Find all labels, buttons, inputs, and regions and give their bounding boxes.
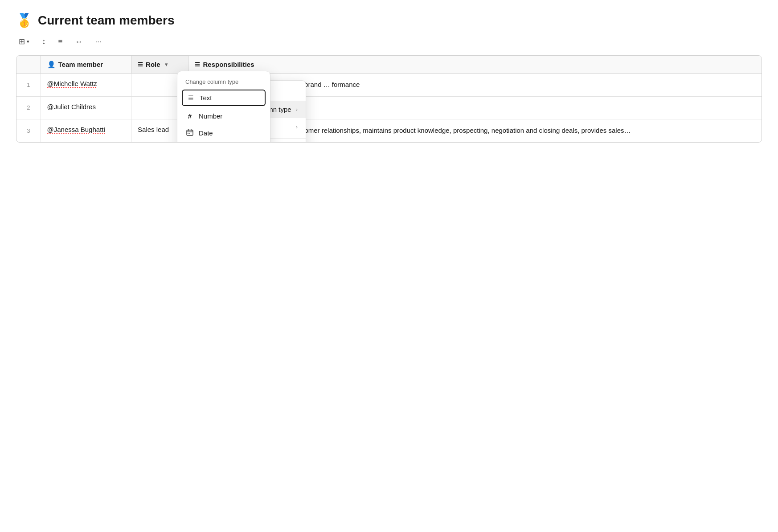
svg-rect-11 (189, 133, 190, 134)
lines-icon: ☰ (138, 61, 143, 68)
page-emoji: 🥇 (16, 12, 33, 28)
role-dropdown-button[interactable]: ▾ (163, 60, 170, 69)
change-column-type-submenu: Change column type ☰ Text # Number Date (177, 71, 270, 143)
svg-rect-10 (188, 133, 188, 134)
table-row: 3 @Janessa Bughatti Sales lead Drives sa… (16, 119, 762, 142)
grid-dropdown-arrow: ▾ (27, 39, 29, 45)
member-cell-1: @Michelle Wattz (41, 74, 131, 97)
grid-view-button[interactable]: ⊞ ▾ (16, 35, 32, 48)
more-options-button[interactable]: ··· (92, 36, 104, 48)
member-name-2: @Juliet Childres (47, 103, 96, 110)
sort-icon: ↕ (42, 37, 46, 46)
member-cell-2: @Juliet Childres (41, 96, 131, 119)
change-type-arrow: › (296, 106, 298, 113)
more-icon: ··· (95, 37, 101, 46)
member-name-1: @Michelle Wattz (47, 80, 97, 87)
person-icon: 👤 (47, 61, 56, 69)
page-header: 🥇 Current team members (0, 0, 778, 33)
table-row: 1 @Michelle Wattz Marketing strategy, te… (16, 74, 762, 97)
type-text-item[interactable]: ☰ Text (182, 90, 266, 106)
member-cell-3: @Janessa Bughatti (41, 119, 131, 142)
resize-icon: ↔ (75, 37, 82, 46)
table-row: 2 @Juliet Childres … elopment, …, produc… (16, 96, 762, 119)
insert-arrow: › (296, 124, 298, 130)
number-type-icon: # (185, 112, 194, 120)
member-name-3: @Janessa Bughatti (47, 126, 105, 133)
row-num-header (16, 56, 41, 74)
type-person-item[interactable]: ✓ 👤 Person (177, 142, 270, 143)
sort-button[interactable]: ↕ (39, 36, 49, 48)
text-type-icon: ☰ (186, 94, 195, 102)
team-member-header: 👤 Team member (41, 56, 131, 74)
type-date-item[interactable]: Date (177, 124, 270, 142)
type-number-item[interactable]: # Number (177, 108, 270, 124)
resize-button[interactable]: ↔ (72, 36, 85, 48)
date-type-icon (185, 129, 194, 137)
row-number-2: 2 (16, 96, 41, 119)
data-table: 👤 Team member ☰ Role ▾ ☰ Responsibilitie… (16, 56, 762, 142)
filter-button[interactable]: ≡ (56, 36, 66, 48)
lines2-icon: ☰ (195, 61, 200, 68)
toolbar: ⊞ ▾ ↕ ≡ ↔ ··· (0, 33, 778, 55)
table-container: 👤 Team member ☰ Role ▾ ☰ Responsibilitie… (16, 55, 762, 143)
responsibilities-header: ☰ Responsibilities (188, 56, 762, 74)
submenu-title: Change column type (177, 75, 270, 88)
page-title: Current team members (38, 13, 175, 28)
filter-icon: ≡ (58, 37, 63, 46)
row-number-1: 1 (16, 74, 41, 97)
grid-icon: ⊞ (19, 37, 25, 46)
row-number-3: 3 (16, 119, 41, 142)
